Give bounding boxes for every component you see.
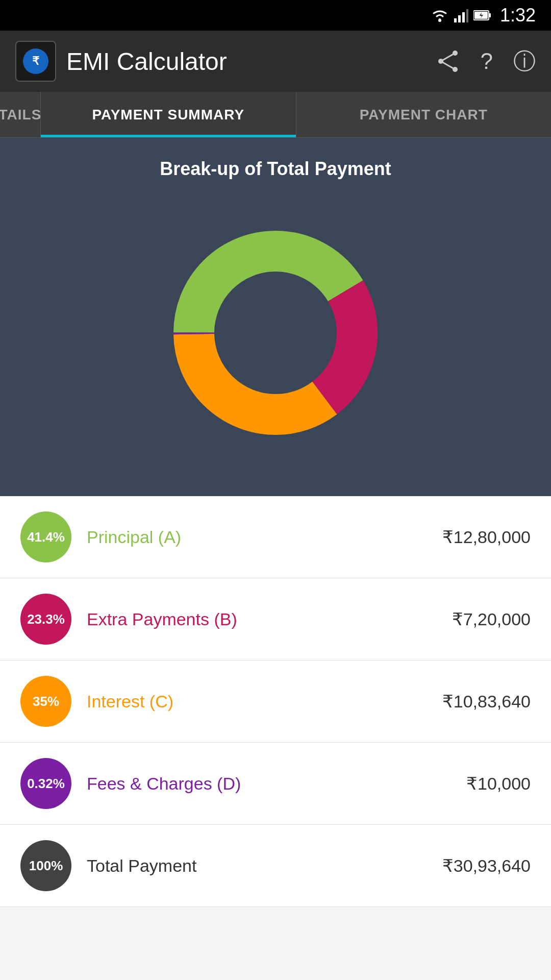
badge-interest: 35% <box>20 676 71 727</box>
info-icon[interactable]: ⓘ <box>513 46 536 77</box>
help-icon[interactable]: ? <box>481 48 493 74</box>
svg-line-12 <box>441 61 455 69</box>
badge-principal-percent: 41.4% <box>27 529 65 545</box>
legend-item-principal: 41.4% Principal (A) ₹12,80,000 <box>0 496 551 578</box>
svg-line-11 <box>441 53 455 61</box>
badge-extra-percent: 23.3% <box>27 611 65 627</box>
value-principal: ₹12,80,000 <box>442 527 531 547</box>
legend-item-extra: 23.3% Extra Payments (B) ₹7,20,000 <box>0 578 551 660</box>
donut-hole <box>217 274 334 391</box>
label-extra: Extra Payments (B) <box>87 609 437 629</box>
badge-total-percent: 100% <box>29 858 63 874</box>
svg-rect-3 <box>462 12 465 22</box>
badge-extra: 23.3% <box>20 594 71 645</box>
donut-chart-container <box>0 195 551 481</box>
label-total: Total Payment <box>87 856 427 876</box>
badge-interest-percent: 35% <box>33 694 59 709</box>
time-display: 1:32 <box>500 5 536 26</box>
legend-item-total: 100% Total Payment ₹30,93,640 <box>0 825 551 907</box>
badge-total: 100% <box>20 840 71 891</box>
svg-rect-4 <box>466 9 468 22</box>
status-bar: 1:32 <box>0 0 551 31</box>
tab-payment-chart[interactable]: PAYMENT CHART <box>296 92 552 137</box>
tab-details[interactable]: TAILS <box>0 92 41 137</box>
badge-fees-percent: 0.32% <box>27 776 65 792</box>
legend-section: 41.4% Principal (A) ₹12,80,000 23.3% Ext… <box>0 496 551 907</box>
value-total: ₹30,93,640 <box>442 855 531 876</box>
battery-icon <box>473 9 492 21</box>
app-logo-inner: ₹ <box>23 48 48 74</box>
donut-chart <box>148 205 403 460</box>
app-bar: ₹ EMI Calculator ? ⓘ <box>0 31 551 92</box>
value-fees: ₹10,000 <box>466 773 531 794</box>
wifi-icon <box>431 8 449 22</box>
svg-rect-1 <box>454 18 457 22</box>
svg-rect-2 <box>458 15 461 22</box>
value-extra: ₹7,20,000 <box>452 609 531 629</box>
app-title: EMI Calculator <box>66 47 425 76</box>
legend-item-interest: 35% Interest (C) ₹10,83,640 <box>0 660 551 743</box>
label-principal: Principal (A) <box>87 527 427 547</box>
badge-fees: 0.32% <box>20 758 71 809</box>
label-interest: Interest (C) <box>87 692 427 712</box>
svg-rect-6 <box>489 13 491 17</box>
value-interest: ₹10,83,640 <box>442 691 531 712</box>
tab-bar: TAILS PAYMENT SUMMARY PAYMENT CHART <box>0 92 551 138</box>
app-bar-actions: ? ⓘ <box>436 46 536 77</box>
label-fees: Fees & Charges (D) <box>87 774 451 794</box>
main-content: Break-up of Total Payment <box>0 138 551 907</box>
svg-point-0 <box>438 19 441 22</box>
logo-symbol: ₹ <box>32 55 39 68</box>
app-logo: ₹ <box>15 41 56 82</box>
status-icons <box>431 8 492 22</box>
chart-section: Break-up of Total Payment <box>0 138 551 496</box>
share-icon[interactable] <box>436 49 460 74</box>
signal-icon <box>454 8 468 22</box>
tab-payment-summary[interactable]: PAYMENT SUMMARY <box>41 92 296 137</box>
legend-item-fees: 0.32% Fees & Charges (D) ₹10,000 <box>0 743 551 825</box>
chart-title: Break-up of Total Payment <box>0 148 551 195</box>
badge-principal: 41.4% <box>20 511 71 562</box>
